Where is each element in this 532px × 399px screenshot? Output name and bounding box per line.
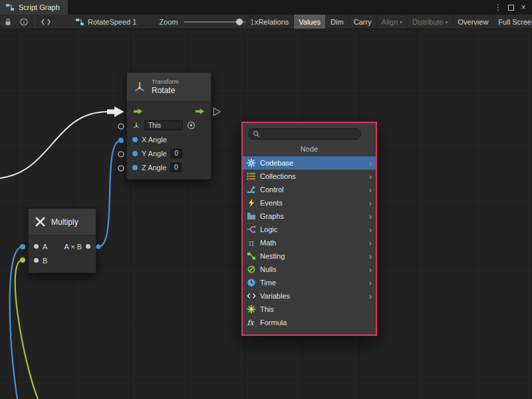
toolbar: RotateSpeed 1 Zoom 1x RelationsValuesDim…: [0, 15, 532, 29]
variables-icon: [247, 291, 257, 301]
graph-canvas[interactable]: Transform Rotate This X: [0, 29, 532, 399]
events-icon: [247, 198, 257, 207]
flow-input-port[interactable]: [133, 108, 143, 115]
maximize-icon: [508, 5, 514, 11]
svg-text:π: π: [249, 238, 255, 247]
node-transform-rotate[interactable]: Transform Rotate This X: [126, 72, 211, 180]
toolbar-button-overview[interactable]: Overview: [453, 15, 493, 29]
flow-input-arrow-icon: [107, 106, 124, 117]
tab-label: Script Graph: [19, 3, 60, 11]
toolbar-buttons: RelationsValuesDimCarryAlign▾Distribute▾…: [253, 15, 532, 29]
window-close-button[interactable]: ×: [518, 1, 529, 13]
nesting-icon: [247, 251, 257, 261]
port-x-angle[interactable]: [132, 137, 138, 142]
multiply-a-wire-dot: [20, 244, 25, 249]
finder-item-label: Logic: [260, 225, 277, 233]
finder-item-codebase[interactable]: Codebase›: [243, 156, 376, 170]
port-label: Z Angle: [142, 164, 166, 172]
port-label: A: [43, 243, 47, 251]
y-angle-input[interactable]: 0: [171, 149, 182, 158]
finder-item-label: Control: [260, 186, 283, 194]
tab-script-graph[interactable]: Script Graph: [0, 0, 68, 15]
zoom-slider-handle[interactable]: [236, 19, 243, 25]
window-maximize-button[interactable]: [505, 1, 516, 13]
chevron-right-icon: ›: [369, 172, 372, 181]
graph-breadcrumb[interactable]: RotateSpeed 1: [75, 18, 136, 26]
port-y-angle[interactable]: [132, 151, 138, 156]
window-menu-button[interactable]: ⋮: [493, 1, 503, 13]
port-label: X Angle: [142, 136, 167, 144]
chevron-right-icon: ›: [369, 186, 372, 194]
node-header: Multiply: [29, 209, 96, 235]
finder-item-time[interactable]: Time›: [243, 276, 376, 289]
collections-icon: [247, 172, 257, 181]
chevron-right-icon: ›: [369, 279, 372, 287]
object-picker-icon[interactable]: [187, 121, 196, 130]
z-angle-port-circle: [118, 166, 124, 171]
toolbar-button-full-screen[interactable]: Full Screen: [493, 15, 532, 29]
toolbar-button-dim[interactable]: Dim: [325, 15, 348, 29]
wire-into-multiply-a: [10, 247, 23, 399]
node-multiply[interactable]: Multiply A A × B B: [28, 208, 96, 273]
finder-item-label: Nesting: [260, 252, 285, 260]
finder-item-label: Formula: [260, 319, 287, 327]
inspect-button[interactable]: [16, 15, 32, 29]
port-a[interactable]: [34, 244, 39, 249]
zoom-slider[interactable]: [184, 15, 245, 29]
this-field-label: This: [148, 122, 161, 129]
flow-output-port[interactable]: [195, 108, 205, 115]
flow-continue-triangle-icon: [214, 108, 221, 116]
chevron-right-icon: ›: [369, 239, 372, 247]
finder-item-label: Math: [260, 239, 276, 247]
multiply-b-wire-dot: [20, 257, 25, 263]
search-input[interactable]: [263, 130, 356, 138]
finder-item-label: Nulls: [260, 265, 276, 273]
z-angle-input[interactable]: 0: [170, 163, 182, 172]
finder-item-logic[interactable]: Logic›: [243, 223, 376, 236]
finder-list: Codebase›Collections›Control›Events›Grap…: [243, 156, 376, 329]
chevron-right-icon: ›: [369, 159, 372, 168]
window-controls: ⋮ ×: [493, 0, 532, 15]
chevron-right-icon: ›: [369, 252, 372, 261]
control-icon: [247, 185, 257, 194]
codebase-icon: [247, 158, 257, 168]
toolbar-button-values[interactable]: Values: [293, 15, 325, 29]
x-angle-wire-dot: [118, 138, 124, 143]
script-graph-icon: [5, 3, 15, 11]
tab-bar: Script Graph ⋮ ×: [0, 0, 532, 15]
toolbar-button-relations[interactable]: Relations: [253, 15, 293, 29]
port-a-times-b[interactable]: [86, 244, 90, 249]
code-preview-button[interactable]: [38, 15, 54, 29]
toolbar-button-carry[interactable]: Carry: [348, 15, 376, 29]
finder-item-label: Graphs: [260, 212, 284, 220]
wire-flow-input: [0, 112, 108, 178]
port-z-angle[interactable]: [132, 165, 138, 170]
finder-item-control[interactable]: Control›: [243, 183, 376, 196]
finder-item-label: Time: [260, 279, 276, 287]
lock-button[interactable]: [0, 15, 16, 29]
finder-item-label: Events: [260, 199, 283, 207]
port-b[interactable]: [34, 258, 39, 263]
finder-item-events[interactable]: Events›: [243, 196, 376, 209]
finder-item-graphs[interactable]: Graphs›: [243, 209, 376, 223]
chevron-right-icon: ›: [369, 292, 372, 301]
nulls-icon: [247, 265, 257, 274]
finder-item-math[interactable]: πMath›: [243, 236, 376, 249]
finder-item-collections[interactable]: Collections›: [243, 170, 376, 183]
finder-item-nulls[interactable]: Nulls›: [243, 263, 376, 276]
output-label: A × B: [64, 243, 82, 251]
chevron-right-icon: ›: [369, 265, 372, 274]
finder-item-formula[interactable]: fxFormula: [243, 316, 376, 329]
transform-icon-small: [132, 122, 140, 130]
finder-search-box[interactable]: [248, 128, 361, 140]
zoom-label: Zoom: [159, 18, 178, 26]
finder-item-this[interactable]: This: [243, 303, 376, 316]
unity-script-graph-window: Script Graph ⋮ × RotateSpeed 1 Zoom 1x R…: [0, 0, 532, 399]
finder-item-variables[interactable]: Variables›: [243, 289, 376, 303]
this-object-field[interactable]: This: [144, 120, 183, 130]
search-icon: [253, 130, 260, 138]
finder-item-nesting[interactable]: Nesting›: [243, 249, 376, 263]
multiply-output-wire-dot: [96, 245, 101, 249]
multiply-icon: [35, 216, 46, 227]
finder-item-label: Variables: [260, 292, 290, 300]
